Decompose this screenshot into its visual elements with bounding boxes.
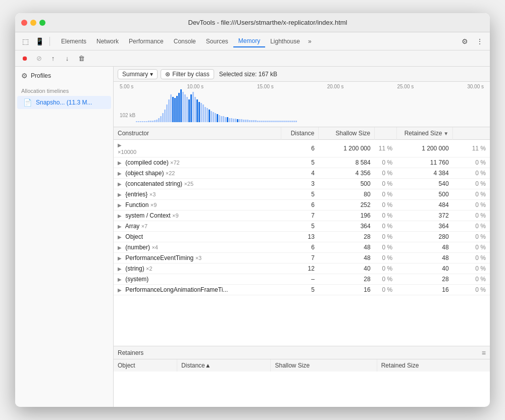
timeline-bar xyxy=(209,110,210,122)
table-row[interactable]: ▶ Function ×9 6 252 0 % 484 0 % xyxy=(114,200,490,211)
stop-button[interactable]: ⊘ xyxy=(33,53,44,64)
cell-shallow: 80 xyxy=(319,189,375,200)
ruler-tick-4: 20.00 s xyxy=(327,84,344,89)
expand-arrow-icon[interactable]: ▶ xyxy=(118,277,122,282)
th-distance[interactable]: Distance xyxy=(281,127,319,140)
expand-arrow-icon[interactable]: ▶ xyxy=(118,266,122,272)
table-header: Constructor Distance Shallow Size Retain… xyxy=(114,127,490,140)
timeline-bar xyxy=(295,121,297,122)
summary-dropdown[interactable]: Summary ▾ xyxy=(118,69,158,79)
table-row[interactable]: ▶ (compiled code) ×72 5 8 584 0 % 11 760… xyxy=(114,158,490,168)
table-row[interactable]: ▶ (string) ×2 12 40 0 % 40 0 % xyxy=(114,264,490,274)
table-row[interactable]: ▶ (number) ×4 6 48 0 % 48 0 % xyxy=(114,242,490,253)
timeline-bar xyxy=(160,116,162,122)
timeline-bar xyxy=(293,121,295,122)
timeline-bar xyxy=(211,111,212,122)
upload-button[interactable]: ↑ xyxy=(47,53,59,64)
table-row[interactable]: ▶ (concatenated string) ×25 3 500 0 % 54… xyxy=(114,179,490,189)
collect-garbage-icon[interactable]: 🗑 xyxy=(76,53,87,64)
maximize-button[interactable] xyxy=(39,20,45,26)
timeline-bar xyxy=(190,94,192,122)
constructor-name: (number) xyxy=(125,244,150,251)
cell-retained-pct: 0 % xyxy=(453,211,490,221)
expand-arrow-icon[interactable]: ▶ xyxy=(118,171,122,176)
table-row[interactable]: ▶ Array ×7 5 364 0 % 364 0 % xyxy=(114,221,490,232)
cell-constructor: ▶ PerformanceLongAnimationFrameTi... xyxy=(114,285,281,295)
tab-memory[interactable]: Memory xyxy=(233,35,265,47)
expand-arrow-icon[interactable]: ▶ xyxy=(118,181,122,187)
table-row[interactable]: ▶ system / Context ×9 7 196 0 % 372 0 % xyxy=(114,211,490,221)
tab-sources[interactable]: Sources xyxy=(201,36,233,47)
expand-arrow-icon[interactable]: ▶ xyxy=(118,213,122,219)
inspect-icon[interactable]: ⬚ xyxy=(19,35,31,47)
toolbar-separator xyxy=(49,37,50,46)
count-badge: ×10000 xyxy=(118,149,136,155)
filter-label: Filter by class xyxy=(172,71,209,78)
cell-constructor: ▶ (compiled code) ×72 xyxy=(114,158,281,168)
cell-shallow-pct: 0 % xyxy=(375,242,396,253)
tab-console[interactable]: Console xyxy=(169,36,201,47)
secondary-toolbar: ⏺ ⊘ ↑ ↓ 🗑 xyxy=(15,50,490,67)
rth-retained[interactable]: Retained Size xyxy=(377,359,490,372)
tab-performance[interactable]: Performance xyxy=(124,36,169,47)
expand-arrow-icon[interactable]: ▶ xyxy=(118,245,122,250)
cell-retained-pct: 0 % xyxy=(453,200,490,211)
th-retained-pct xyxy=(453,127,490,140)
th-retained[interactable]: Retained Size xyxy=(396,127,452,140)
cell-shallow-pct: 0 % xyxy=(375,158,396,168)
download-button[interactable]: ↓ xyxy=(62,53,73,64)
device-icon[interactable]: 📱 xyxy=(33,35,45,47)
table-row[interactable]: ▶ PerformanceLongAnimationFrameTi... 5 1… xyxy=(114,285,490,295)
expand-arrow-icon[interactable]: ▶ xyxy=(118,234,122,240)
cell-retained-pct: 0 % xyxy=(453,221,490,232)
minimize-button[interactable] xyxy=(30,20,36,26)
rth-object[interactable]: Object xyxy=(114,359,177,372)
close-button[interactable] xyxy=(21,20,27,26)
cell-distance: 13 xyxy=(281,232,319,242)
expand-arrow-icon[interactable]: ▶ xyxy=(118,142,122,148)
expand-arrow-icon[interactable]: ▶ xyxy=(118,202,122,208)
timeline-bar xyxy=(172,97,174,122)
rth-shallow[interactable]: Shallow Size xyxy=(271,359,377,372)
expand-arrow-icon[interactable]: ▶ xyxy=(118,160,122,166)
timeline-bar xyxy=(142,121,143,122)
table-row[interactable]: ▶ {entries} ×3 5 80 0 % 500 0 % xyxy=(114,189,490,200)
th-shallow[interactable]: Shallow Size xyxy=(319,127,375,140)
table-row[interactable]: ▶ (object shape) ×22 4 4 356 0 % 4 384 0… xyxy=(114,168,490,179)
more-tabs-button[interactable]: » xyxy=(305,36,315,47)
rth-distance[interactable]: Distance▲ xyxy=(177,359,271,372)
record-button[interactable]: ⏺ xyxy=(19,53,30,64)
table-row[interactable]: ▶ PerformanceEventTiming ×3 7 48 0 % 48 … xyxy=(114,253,490,264)
tab-network[interactable]: Network xyxy=(91,36,124,47)
nav-tabs: Elements Network Performance Console Sou… xyxy=(54,35,457,47)
more-options-icon[interactable]: ⋮ xyxy=(474,35,486,47)
retainers-table-wrap[interactable]: Object Distance▲ Shallow Size Retained S… xyxy=(114,359,490,407)
timeline-bar xyxy=(152,121,154,122)
table-row[interactable]: ▶ ×10000 6 1 200 000 11 % 1 200 000 11 % xyxy=(114,140,490,158)
settings-icon[interactable]: ⚙ xyxy=(459,35,471,47)
timeline-bar xyxy=(176,96,178,122)
table-section[interactable]: Constructor Distance Shallow Size Retain… xyxy=(114,127,490,346)
cell-constructor: ▶ Function ×9 xyxy=(114,200,281,211)
cell-shallow-pct: 0 % xyxy=(375,264,396,274)
expand-arrow-icon[interactable]: ▶ xyxy=(118,287,122,293)
title-bar: DevTools - file:///Users/stmarthe/x-repl… xyxy=(15,13,490,32)
expand-arrow-icon[interactable]: ▶ xyxy=(118,192,122,197)
cell-distance: 7 xyxy=(281,211,319,221)
sidebar-item-snapshot[interactable]: 📄 Snapsho... (11.3 M... xyxy=(17,96,111,109)
ruler-tick-1: 5.00 s xyxy=(120,84,133,89)
cell-shallow-pct: 0 % xyxy=(375,232,396,242)
expand-arrow-icon[interactable]: ▶ xyxy=(118,224,122,229)
tab-lighthouse[interactable]: Lighthouse xyxy=(265,36,305,47)
selected-size: Selected size: 167 kB xyxy=(219,71,277,78)
timeline-bar xyxy=(156,120,158,122)
cell-constructor: ▶ (string) ×2 xyxy=(114,264,281,274)
expand-arrow-icon[interactable]: ▶ xyxy=(118,255,122,261)
filter-button[interactable]: ⊛ Filter by class xyxy=(161,69,214,79)
th-constructor[interactable]: Constructor xyxy=(114,127,281,140)
table-row[interactable]: ▶ (system) – 28 0 % 28 0 % xyxy=(114,274,490,285)
tab-elements[interactable]: Elements xyxy=(56,36,91,47)
table-row[interactable]: ▶ Object 13 28 0 % 280 0 % xyxy=(114,232,490,242)
cell-retained: 540 xyxy=(396,179,452,189)
retainers-menu-icon[interactable]: ≡ xyxy=(482,349,486,357)
